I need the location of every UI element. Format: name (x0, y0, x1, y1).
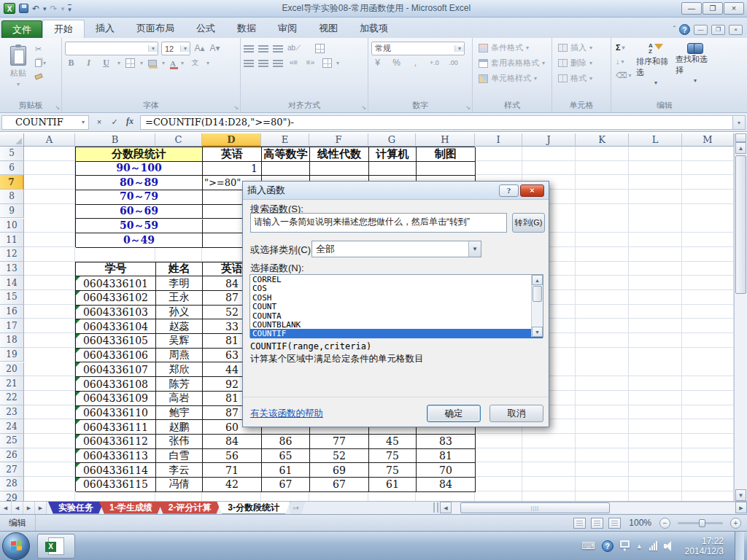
orientation-icon[interactable]: ab⟋ (287, 42, 301, 55)
row-header-12[interactable]: 12 (0, 247, 24, 262)
row-header-8[interactable]: 8 (0, 190, 24, 204)
cell-D6[interactable]: 1 (203, 162, 262, 176)
cell-G6[interactable] (369, 162, 417, 176)
cell-G25[interactable]: 45 (369, 435, 417, 449)
volume-icon[interactable] (664, 541, 674, 551)
align-right-icon[interactable] (273, 60, 283, 67)
cell-C17[interactable]: 赵蕊 (156, 319, 203, 334)
cell-C14[interactable]: 李明 (156, 276, 203, 291)
align-top-icon[interactable] (244, 45, 254, 52)
horizontal-scroll-thumb[interactable]: |||| (460, 502, 610, 513)
cell-G28[interactable]: 61 (369, 478, 417, 492)
column-header-G[interactable]: G (368, 133, 416, 147)
cell-C26[interactable]: 白雪 (156, 449, 203, 464)
align-center-icon[interactable] (258, 60, 268, 67)
taskbar-excel-button[interactable]: X (37, 534, 75, 559)
cut-button[interactable]: ✂ (35, 43, 54, 55)
underline-button[interactable]: U (100, 57, 112, 69)
ribbon-tab-数据[interactable]: 数据 (226, 20, 267, 38)
cell-student-header-学号[interactable]: 学号 (76, 262, 156, 277)
cell-range-90～100[interactable]: 90～100 (76, 162, 203, 176)
borders-icon[interactable] (125, 58, 135, 68)
zoom-slider[interactable] (678, 522, 723, 524)
first-sheet-button[interactable]: ◀ (0, 502, 12, 514)
row-header-9[interactable]: 9 (0, 204, 24, 219)
font-name-combo[interactable]: ▾ (65, 42, 158, 55)
column-header-J[interactable]: J (522, 133, 576, 147)
insert-function-button[interactable]: fx (123, 116, 137, 129)
cell-F6[interactable] (310, 162, 369, 176)
ribbon-tab-公式[interactable]: 公式 (185, 20, 226, 38)
cell-F27[interactable]: 69 (310, 463, 369, 478)
cell-subject-计算机[interactable]: 计算机 (369, 147, 417, 162)
row-header-19[interactable]: 19 (0, 348, 24, 362)
cell-B27[interactable]: 0604336114 (76, 463, 156, 478)
cells-item-格式[interactable]: 格式▾ (555, 71, 608, 86)
cell-range-70～79[interactable]: 70～79 (76, 190, 203, 205)
borders-dropdown-icon[interactable]: ▾ (140, 60, 143, 66)
comma-format-icon[interactable]: , (409, 57, 422, 69)
shrink-font-button[interactable]: A▾ (209, 42, 221, 55)
row-header-15[interactable]: 15 (0, 290, 24, 305)
cell-F28[interactable]: 67 (310, 478, 369, 492)
column-header-A[interactable]: A (24, 133, 75, 147)
row-header-25[interactable]: 25 (0, 434, 24, 448)
excel-app-icon[interactable]: X (4, 3, 15, 14)
clipboard-dialog-launcher[interactable]: ↘ (55, 104, 60, 111)
font-color-dropdown-icon[interactable]: ▾ (181, 60, 184, 66)
merge-center-icon[interactable] (322, 58, 332, 68)
redo-dropdown-icon[interactable]: ▾ (61, 5, 65, 12)
autosum-button[interactable]: Σ▾ (616, 42, 635, 53)
cell-subject-英语[interactable]: 英语 (203, 147, 262, 162)
expand-formula-bar-icon[interactable]: ▾ (732, 115, 746, 130)
row-header-28[interactable]: 28 (0, 477, 24, 491)
row-header-27[interactable]: 27 (0, 462, 24, 477)
cell-G27[interactable]: 75 (369, 463, 417, 478)
function-item-COUNT[interactable]: COUNT (250, 302, 543, 311)
row-header-18[interactable]: 18 (0, 333, 24, 348)
sheet-tab-3-分数段统计[interactable]: 3-分数段统计 (217, 502, 290, 514)
styles-item-条件格式[interactable]: 条件格式▾ (476, 40, 549, 55)
list-scrollbar[interactable]: ▲ ▼ (531, 275, 543, 337)
category-select[interactable]: 全部 ▼ (311, 241, 481, 257)
italic-button[interactable]: I (82, 57, 95, 69)
align-left-icon[interactable] (244, 60, 254, 67)
row-header-6[interactable]: 6 (0, 161, 24, 176)
row-header-11[interactable]: 11 (0, 233, 24, 247)
cell-G26[interactable]: 75 (369, 449, 417, 464)
undo-dropdown-icon[interactable]: ▾ (43, 5, 47, 12)
go-button[interactable]: 转到(G) (512, 213, 545, 233)
normal-view-icon[interactable] (573, 518, 586, 529)
cell-student-header-姓名[interactable]: 姓名 (156, 262, 203, 277)
cell-B26[interactable]: 0604336113 (76, 449, 156, 464)
cell-subject-高等数学[interactable]: 高等数学 (262, 147, 310, 162)
number-dialog-launcher[interactable]: ↘ (465, 104, 471, 111)
cell-B18[interactable]: 0604336105 (76, 334, 156, 349)
row-header-7[interactable]: 7 (0, 175, 24, 190)
cell-range-80～89[interactable]: 80～89 (76, 176, 203, 190)
cell-C20[interactable]: 郑欣 (156, 362, 203, 377)
cell-C15[interactable]: 王永 (156, 291, 203, 306)
taskbar-clock[interactable]: 17:22 2014/12/3 (685, 536, 724, 556)
sheet-tab-2-评分计算[interactable]: 2-评分计算 (158, 502, 222, 514)
cell-range-0～49[interactable]: 0～49 (76, 233, 203, 248)
cell-D27[interactable]: 71 (203, 463, 262, 478)
align-middle-icon[interactable] (258, 45, 268, 52)
font-size-combo[interactable]: 12▾ (161, 42, 190, 55)
cell-B21[interactable]: 0604336108 (76, 377, 156, 392)
split-handle[interactable] (735, 133, 746, 142)
horizontal-scrollbar[interactable]: ◀ |||| ▶ (433, 501, 747, 514)
ribbon-tab-审阅[interactable]: 审阅 (267, 20, 308, 38)
column-header-E[interactable]: E (261, 133, 309, 147)
cell-B23[interactable]: 0604336110 (76, 406, 156, 421)
row-header-20[interactable]: 20 (0, 362, 24, 377)
select-all-corner[interactable] (0, 133, 24, 147)
currency-format-icon[interactable]: ¥ (371, 57, 384, 69)
tray-help-icon[interactable]: ? (602, 540, 614, 552)
cell-B17[interactable]: 0604336104 (76, 319, 156, 334)
merge-dropdown-icon[interactable]: ▾ (336, 60, 339, 66)
start-button[interactable] (2, 532, 30, 560)
last-sheet-button[interactable]: ▶ (35, 502, 47, 514)
clear-button[interactable]: ⌫▾ (616, 69, 635, 81)
cell-B20[interactable]: 0604336107 (76, 362, 156, 377)
